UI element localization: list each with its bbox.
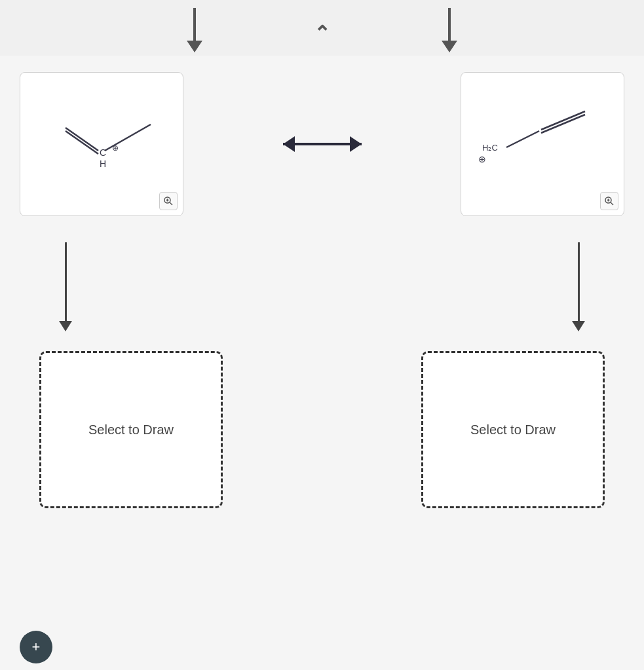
svg-text:H₂C: H₂C [482, 143, 498, 153]
main-content: C ⊕ H [0, 0, 644, 508]
svg-line-15 [506, 131, 539, 147]
draw-boxes-row: Select to Draw Select to Draw [20, 338, 624, 508]
vertical-arrows-row [20, 242, 624, 331]
structure-left-svg: C ⊕ H [29, 92, 174, 196]
right-vertical-arrow [572, 242, 585, 331]
top-left-arrow [187, 8, 202, 52]
top-right-arrow [442, 8, 457, 52]
fab-button[interactable]: + [20, 631, 52, 663]
svg-text:⊕: ⊕ [112, 143, 119, 153]
resonance-row: C ⊕ H [20, 72, 624, 216]
left-vertical-arrow [59, 242, 72, 331]
svg-line-7 [170, 202, 172, 205]
right-zoom-button[interactable] [600, 192, 618, 210]
page-container: ⌃ C ⊕ [0, 0, 644, 670]
svg-line-0 [66, 128, 98, 151]
left-draw-box[interactable]: Select to Draw [39, 351, 223, 508]
svg-text:C: C [100, 147, 106, 158]
fab-icon: + [32, 639, 41, 656]
svg-text:H: H [100, 158, 106, 169]
structure-right-svg: H₂C ⊕ [470, 92, 615, 196]
left-structure-box: C ⊕ H [20, 72, 183, 216]
right-structure-box: H₂C ⊕ [461, 72, 624, 216]
right-draw-box[interactable]: Select to Draw [421, 351, 605, 508]
svg-marker-11 [283, 136, 295, 152]
left-zoom-button[interactable] [159, 192, 178, 210]
right-draw-label: Select to Draw [470, 422, 556, 437]
svg-line-19 [611, 202, 613, 205]
chevron-up-icon: ⌃ [314, 22, 330, 45]
resonance-double-arrow [183, 128, 461, 160]
svg-line-16 [541, 111, 585, 130]
svg-line-17 [541, 115, 585, 133]
svg-line-1 [66, 131, 98, 154]
left-draw-label: Select to Draw [88, 422, 174, 437]
svg-marker-12 [350, 136, 362, 152]
svg-text:⊕: ⊕ [478, 154, 486, 164]
